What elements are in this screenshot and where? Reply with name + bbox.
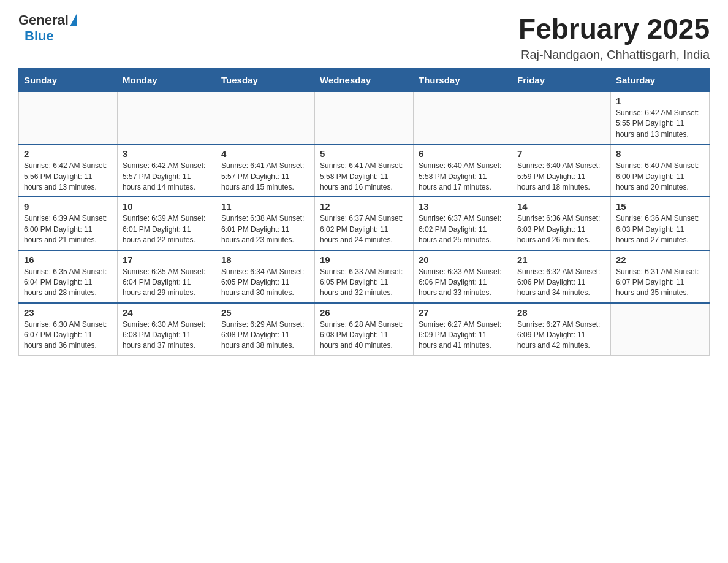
column-header-friday: Friday bbox=[512, 69, 611, 92]
day-number: 7 bbox=[517, 148, 605, 159]
column-header-saturday: Saturday bbox=[611, 69, 710, 92]
day-info: Sunrise: 6:42 AM Sunset: 5:57 PM Dayligh… bbox=[123, 161, 211, 193]
calendar-cell: 9Sunrise: 6:39 AM Sunset: 6:00 PM Daylig… bbox=[19, 197, 118, 250]
calendar-cell: 25Sunrise: 6:29 AM Sunset: 6:08 PM Dayli… bbox=[216, 303, 315, 356]
calendar-week-row: 9Sunrise: 6:39 AM Sunset: 6:00 PM Daylig… bbox=[19, 197, 710, 250]
calendar-cell: 11Sunrise: 6:38 AM Sunset: 6:01 PM Dayli… bbox=[216, 197, 315, 250]
calendar-cell: 22Sunrise: 6:31 AM Sunset: 6:07 PM Dayli… bbox=[611, 250, 710, 303]
day-number: 28 bbox=[517, 307, 605, 318]
day-info: Sunrise: 6:40 AM Sunset: 5:58 PM Dayligh… bbox=[419, 161, 507, 193]
calendar-cell bbox=[19, 92, 118, 145]
column-header-sunday: Sunday bbox=[19, 69, 118, 92]
day-number: 27 bbox=[419, 307, 507, 318]
day-number: 25 bbox=[221, 307, 309, 318]
calendar-cell: 27Sunrise: 6:27 AM Sunset: 6:09 PM Dayli… bbox=[414, 303, 512, 356]
calendar-table: SundayMondayTuesdayWednesdayThursdayFrid… bbox=[18, 68, 710, 356]
calendar-cell: 14Sunrise: 6:36 AM Sunset: 6:03 PM Dayli… bbox=[512, 197, 611, 250]
day-info: Sunrise: 6:36 AM Sunset: 6:03 PM Dayligh… bbox=[616, 213, 704, 245]
column-header-wednesday: Wednesday bbox=[315, 69, 414, 92]
location-subtitle: Raj-Nandgaon, Chhattisgarh, India bbox=[518, 48, 710, 62]
day-info: Sunrise: 6:32 AM Sunset: 6:06 PM Dayligh… bbox=[517, 267, 605, 299]
calendar-cell bbox=[216, 92, 315, 145]
day-number: 9 bbox=[24, 201, 112, 212]
day-info: Sunrise: 6:42 AM Sunset: 5:56 PM Dayligh… bbox=[24, 161, 112, 193]
day-number: 2 bbox=[24, 148, 112, 159]
calendar-cell bbox=[414, 92, 512, 145]
day-info: Sunrise: 6:35 AM Sunset: 6:04 PM Dayligh… bbox=[123, 267, 211, 299]
page-header: General Blue February 2025 Raj-Nandgaon,… bbox=[18, 12, 710, 62]
calendar-cell: 26Sunrise: 6:28 AM Sunset: 6:08 PM Dayli… bbox=[315, 303, 414, 356]
day-info: Sunrise: 6:27 AM Sunset: 6:09 PM Dayligh… bbox=[419, 320, 507, 351]
column-header-tuesday: Tuesday bbox=[216, 69, 315, 92]
calendar-cell: 12Sunrise: 6:37 AM Sunset: 6:02 PM Dayli… bbox=[315, 197, 414, 250]
calendar-cell: 10Sunrise: 6:39 AM Sunset: 6:01 PM Dayli… bbox=[118, 197, 216, 250]
logo-blue: Blue bbox=[25, 28, 54, 44]
day-info: Sunrise: 6:33 AM Sunset: 6:05 PM Dayligh… bbox=[320, 267, 408, 299]
day-number: 18 bbox=[221, 255, 309, 265]
calendar-cell: 18Sunrise: 6:34 AM Sunset: 6:05 PM Dayli… bbox=[216, 250, 315, 303]
title-section: February 2025 Raj-Nandgaon, Chhattisgarh… bbox=[518, 12, 710, 62]
column-header-monday: Monday bbox=[118, 69, 216, 92]
day-info: Sunrise: 6:41 AM Sunset: 5:58 PM Dayligh… bbox=[320, 161, 408, 193]
day-info: Sunrise: 6:33 AM Sunset: 6:06 PM Dayligh… bbox=[419, 267, 507, 299]
calendar-cell: 20Sunrise: 6:33 AM Sunset: 6:06 PM Dayli… bbox=[414, 250, 512, 303]
calendar-cell: 3Sunrise: 6:42 AM Sunset: 5:57 PM Daylig… bbox=[118, 144, 216, 197]
day-info: Sunrise: 6:28 AM Sunset: 6:08 PM Dayligh… bbox=[320, 320, 408, 351]
day-number: 12 bbox=[320, 201, 408, 212]
calendar-cell: 6Sunrise: 6:40 AM Sunset: 5:58 PM Daylig… bbox=[414, 144, 512, 197]
calendar-cell: 21Sunrise: 6:32 AM Sunset: 6:06 PM Dayli… bbox=[512, 250, 611, 303]
calendar-cell: 23Sunrise: 6:30 AM Sunset: 6:07 PM Dayli… bbox=[19, 303, 118, 356]
month-year-title: February 2025 bbox=[518, 12, 710, 45]
calendar-cell: 13Sunrise: 6:37 AM Sunset: 6:02 PM Dayli… bbox=[414, 197, 512, 250]
calendar-week-row: 1Sunrise: 6:42 AM Sunset: 5:55 PM Daylig… bbox=[19, 92, 710, 145]
day-number: 8 bbox=[616, 148, 704, 159]
day-info: Sunrise: 6:30 AM Sunset: 6:07 PM Dayligh… bbox=[24, 320, 112, 351]
day-info: Sunrise: 6:38 AM Sunset: 6:01 PM Dayligh… bbox=[221, 213, 309, 245]
calendar-cell: 17Sunrise: 6:35 AM Sunset: 6:04 PM Dayli… bbox=[118, 250, 216, 303]
day-info: Sunrise: 6:39 AM Sunset: 6:01 PM Dayligh… bbox=[123, 213, 211, 245]
calendar-cell: 8Sunrise: 6:40 AM Sunset: 6:00 PM Daylig… bbox=[611, 144, 710, 197]
day-number: 23 bbox=[24, 307, 112, 318]
day-info: Sunrise: 6:29 AM Sunset: 6:08 PM Dayligh… bbox=[221, 320, 309, 351]
calendar-week-row: 23Sunrise: 6:30 AM Sunset: 6:07 PM Dayli… bbox=[19, 303, 710, 356]
day-number: 15 bbox=[616, 201, 704, 212]
calendar-cell: 15Sunrise: 6:36 AM Sunset: 6:03 PM Dayli… bbox=[611, 197, 710, 250]
day-info: Sunrise: 6:31 AM Sunset: 6:07 PM Dayligh… bbox=[616, 267, 704, 299]
day-number: 22 bbox=[616, 255, 704, 265]
day-number: 4 bbox=[221, 148, 309, 159]
calendar-cell: 4Sunrise: 6:41 AM Sunset: 5:57 PM Daylig… bbox=[216, 144, 315, 197]
day-number: 19 bbox=[320, 255, 408, 265]
calendar-cell: 28Sunrise: 6:27 AM Sunset: 6:09 PM Dayli… bbox=[512, 303, 611, 356]
day-number: 11 bbox=[221, 201, 309, 212]
calendar-cell: 1Sunrise: 6:42 AM Sunset: 5:55 PM Daylig… bbox=[611, 92, 710, 145]
day-info: Sunrise: 6:37 AM Sunset: 6:02 PM Dayligh… bbox=[320, 213, 408, 245]
logo-general: General bbox=[18, 12, 69, 28]
day-info: Sunrise: 6:27 AM Sunset: 6:09 PM Dayligh… bbox=[517, 320, 605, 351]
day-number: 3 bbox=[123, 148, 211, 159]
calendar-week-row: 2Sunrise: 6:42 AM Sunset: 5:56 PM Daylig… bbox=[19, 144, 710, 197]
calendar-cell: 5Sunrise: 6:41 AM Sunset: 5:58 PM Daylig… bbox=[315, 144, 414, 197]
logo: General Blue bbox=[18, 12, 77, 44]
day-number: 26 bbox=[320, 307, 408, 318]
day-info: Sunrise: 6:34 AM Sunset: 6:05 PM Dayligh… bbox=[221, 267, 309, 299]
calendar-cell: 24Sunrise: 6:30 AM Sunset: 6:08 PM Dayli… bbox=[118, 303, 216, 356]
day-info: Sunrise: 6:37 AM Sunset: 6:02 PM Dayligh… bbox=[419, 213, 507, 245]
day-info: Sunrise: 6:35 AM Sunset: 6:04 PM Dayligh… bbox=[24, 267, 112, 299]
calendar-cell bbox=[315, 92, 414, 145]
calendar-cell bbox=[512, 92, 611, 145]
day-number: 13 bbox=[419, 201, 507, 212]
calendar-cell: 2Sunrise: 6:42 AM Sunset: 5:56 PM Daylig… bbox=[19, 144, 118, 197]
day-info: Sunrise: 6:36 AM Sunset: 6:03 PM Dayligh… bbox=[517, 213, 605, 245]
day-number: 1 bbox=[616, 96, 704, 106]
calendar-cell bbox=[611, 303, 710, 356]
day-number: 21 bbox=[517, 255, 605, 265]
day-number: 6 bbox=[419, 148, 507, 159]
calendar-week-row: 16Sunrise: 6:35 AM Sunset: 6:04 PM Dayli… bbox=[19, 250, 710, 303]
calendar-cell bbox=[118, 92, 216, 145]
day-info: Sunrise: 6:41 AM Sunset: 5:57 PM Dayligh… bbox=[221, 161, 309, 193]
calendar-cell: 19Sunrise: 6:33 AM Sunset: 6:05 PM Dayli… bbox=[315, 250, 414, 303]
calendar-header-row: SundayMondayTuesdayWednesdayThursdayFrid… bbox=[19, 69, 710, 92]
day-number: 20 bbox=[419, 255, 507, 265]
day-number: 17 bbox=[123, 255, 211, 265]
day-info: Sunrise: 6:39 AM Sunset: 6:00 PM Dayligh… bbox=[24, 213, 112, 245]
